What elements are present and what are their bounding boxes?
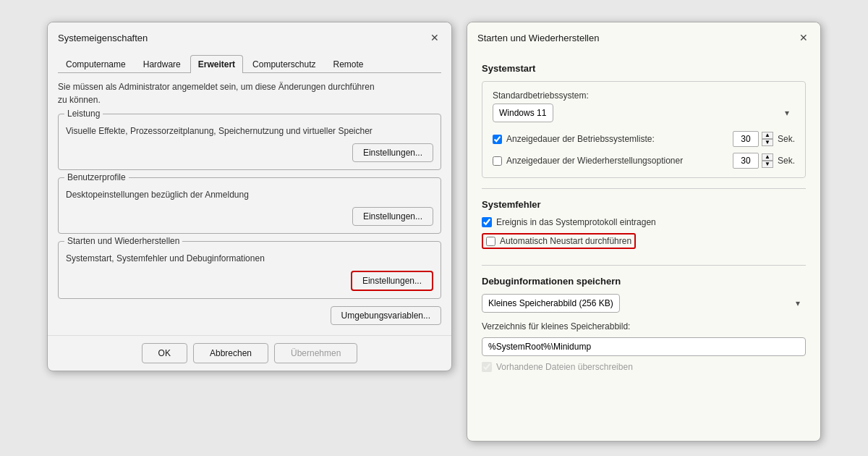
dialog2-title: Starten und Wiederherstellen [477,33,599,43]
benutzerprofile-content: Desktopeinstellungen bezüglich der Anmel… [66,188,433,201]
anzeigedauer-betriebssystem-checkbox[interactable] [493,135,502,144]
dialog1-content: Computername Hardware Erweitert Computer… [48,51,451,335]
starten-section: Starten und Wiederherstellen Systemstart… [58,241,441,299]
dialog2-content: Systemstart Standardbetriebssystem: Wind… [467,51,820,441]
anzeigedauer-wiederherstellung-spinner-btns: ▲ ▼ [762,153,773,168]
divider-2 [482,265,806,266]
anzeigedauer-betriebssystem-input[interactable] [733,131,759,147]
anzeigedauer-betriebssystem-down-button[interactable]: ▼ [762,139,773,146]
tab-computerschutz[interactable]: Computerschutz [244,55,323,73]
anzeigedauer-betriebssystem-label: Anzeigedauer der Betriebssystemliste: [506,134,728,144]
starten-dialog: Starten und Wiederherstellen ✕ Systemsta… [467,22,821,442]
anzeigedauer-wiederherstellung-spinner: ▲ ▼ [733,153,773,169]
ereignis-checkbox[interactable] [482,217,492,227]
neustart-checkbox[interactable] [486,237,495,246]
leistung-content: Visuelle Effekte, Prozessorzeitplanung, … [66,124,433,138]
standardbetriebssystem-label: Standardbetriebssystem: [493,90,795,101]
benutzerprofile-settings-button[interactable]: Einstellungen... [352,207,433,226]
anzeigedauer-betriebssystem-up-button[interactable]: ▲ [762,132,773,139]
benutzerprofile-label: Benutzerprofile [64,172,129,182]
systemstart-group-label: Systemstart [482,63,806,74]
anzeigedauer-wiederherstellung-down-button[interactable]: ▼ [762,161,773,168]
leistung-section: Leistung Visuelle Effekte, Prozessorzeit… [58,114,441,170]
neustart-highlighted-row: Automatisch Neustart durchführen [482,233,636,249]
verzeichnis-label: Verzeichnis für kleines Speicherabbild: [482,321,806,332]
tab-computername[interactable]: Computername [58,55,134,73]
dialog1-title: Systemeigenschaften [58,33,148,43]
debuginfo-group-label: Debuginformationen speichern [482,276,806,287]
starten-content: Systemstart, Systemfehler und Debuginfor… [66,252,433,265]
ok-button[interactable]: OK [142,343,187,363]
anzeigedauer-wiederherstellung-up-button[interactable]: ▲ [762,153,773,161]
ereignis-row: Ereignis in das Systemprotokoll eintrage… [482,217,806,227]
vorhandene-label: Vorhandene Dateien überschreiben [496,362,633,372]
admin-note: Sie müssen als Administrator angemeldet … [58,80,441,106]
tab-bar: Computername Hardware Erweitert Computer… [58,51,441,73]
systemeigenschaften-dialog: Systemeigenschaften ✕ Computername Hardw… [47,22,452,371]
systemfehler-group-label: Systemfehler [482,199,806,210]
sek-label-1: Sek. [778,134,795,144]
anzeigedauer-betriebssystem-spinner: ▲ ▼ [733,131,773,147]
sek-label-2: Sek. [778,156,795,166]
anzeigedauer-wiederherstellung-input[interactable] [733,153,759,169]
anzeigedauer-wiederherstellung-checkbox[interactable] [493,156,502,166]
dialog1-footer: OK Abbrechen Übernehmen [48,335,451,371]
ubernehmen-button[interactable]: Übernehmen [274,343,357,363]
dialog1-titlebar: Systemeigenschaften ✕ [48,22,451,51]
starten-label: Starten und Wiederherstellen [64,236,182,246]
standardbetriebssystem-dropdown[interactable]: Windows 11 [493,104,553,122]
dialog2-close-button[interactable]: ✕ [796,30,812,46]
anzeigedauer-betriebssystem-spinner-btns: ▲ ▼ [762,132,773,146]
debuginfo-dropdown[interactable]: Kleines Speicherabbild (256 KB) [482,294,620,313]
ereignis-label: Ereignis in das Systemprotokoll eintrage… [496,217,656,227]
verzeichnis-input[interactable] [482,337,806,356]
tab-hardware[interactable]: Hardware [135,55,189,73]
anzeigedauer-wiederherstellung-label: Anzeigedauer der Wiederherstellungsoptio… [506,156,728,166]
dialog1-close-button[interactable]: ✕ [427,30,443,46]
divider-1 [482,188,806,189]
tab-remote[interactable]: Remote [325,55,371,73]
umgebungsvariablen-button[interactable]: Umgebungsvariablen... [331,306,441,325]
vorhandene-checkbox[interactable] [482,362,492,372]
dialog2-titlebar: Starten und Wiederherstellen ✕ [467,22,820,51]
debuginfo-dropdown-wrapper: Kleines Speicherabbild (256 KB) [482,294,806,313]
abbrechen-button[interactable]: Abbrechen [193,343,268,363]
benutzerprofile-section: Benutzerprofile Desktopeinstellungen bez… [58,177,441,234]
leistung-settings-button[interactable]: Einstellungen... [352,143,433,162]
tab-erweitert[interactable]: Erweitert [190,55,243,73]
starten-settings-button[interactable]: Einstellungen... [351,271,433,291]
neustart-row-wrapper: Automatisch Neustart durchführen [482,233,806,255]
leistung-label: Leistung [64,109,103,119]
standardbetriebssystem-dropdown-wrapper: Windows 11 [493,104,795,122]
neustart-label: Automatisch Neustart durchführen [500,236,631,246]
vorhandene-row: Vorhandene Dateien überschreiben [482,362,806,372]
